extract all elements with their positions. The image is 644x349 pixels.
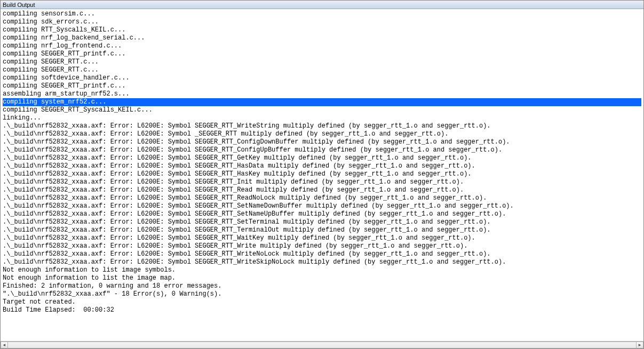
build-output-text[interactable]: compiling sensorsim.c...compiling sdk_er… bbox=[1, 10, 643, 341]
horizontal-scrollbar[interactable]: ◄ ► bbox=[1, 341, 643, 348]
output-line[interactable]: Target not created. bbox=[3, 298, 641, 306]
output-line[interactable]: .\_build\nrf52832_xxaa.axf: Error: L6200… bbox=[3, 194, 641, 202]
output-line[interactable]: .\_build\nrf52832_xxaa.axf: Error: L6200… bbox=[3, 210, 641, 218]
output-line[interactable]: compiling sdk_errors.c... bbox=[3, 18, 641, 26]
output-line[interactable]: compiling SEGGER_RTT_printf.c... bbox=[3, 82, 641, 90]
output-line[interactable]: .\_build\nrf52832_xxaa.axf: Error: L6200… bbox=[3, 178, 641, 186]
scroll-track[interactable] bbox=[8, 342, 636, 348]
output-line[interactable]: .\_build\nrf52832_xxaa.axf: Error: L6200… bbox=[3, 258, 641, 266]
output-line[interactable]: .\_build\nrf52832_xxaa.axf: Error: L6200… bbox=[3, 218, 641, 226]
output-line[interactable]: .\_build\nrf52832_xxaa.axf: Error: L6200… bbox=[3, 186, 641, 194]
output-line[interactable]: .\_build\nrf52832_xxaa.axf: Error: L6200… bbox=[3, 202, 641, 210]
output-line[interactable]: Not enough information to list image sym… bbox=[3, 266, 641, 274]
output-line[interactable]: compiling softdevice_handler.c... bbox=[3, 74, 641, 82]
output-wrap: compiling sensorsim.c...compiling sdk_er… bbox=[1, 9, 643, 348]
output-line[interactable]: .\_build\nrf52832_xxaa.axf: Error: L6200… bbox=[3, 242, 641, 250]
output-line[interactable]: compiling SEGGER_RTT_Syscalls_KEIL.c... bbox=[3, 106, 641, 114]
output-line[interactable]: compiling SEGGER_RTT.c... bbox=[3, 58, 641, 66]
output-line[interactable]: .\_build\nrf52832_xxaa.axf: Error: L6200… bbox=[3, 122, 641, 130]
output-line[interactable]: compiling SEGGER_RTT.c... bbox=[3, 66, 641, 74]
output-line[interactable]: compiling system_nrf52.c... bbox=[3, 98, 641, 106]
output-line[interactable]: Finished: 2 information, 0 warning and 1… bbox=[3, 282, 641, 290]
output-line[interactable]: .\_build\nrf52832_xxaa.axf: Error: L6200… bbox=[3, 146, 641, 154]
output-line[interactable]: Build Time Elapsed: 00:00:32 bbox=[3, 306, 641, 314]
output-line[interactable]: .\_build\nrf52832_xxaa.axf: Error: L6200… bbox=[3, 154, 641, 162]
output-line[interactable]: ".\_build\nrf52832_xxaa.axf" - 18 Error(… bbox=[3, 290, 641, 298]
output-line[interactable]: compiling nrf_log_backend_serial.c... bbox=[3, 34, 641, 42]
scroll-right-arrow-icon[interactable]: ► bbox=[636, 342, 643, 348]
panel-title: Build Output bbox=[1, 1, 643, 9]
output-line[interactable]: Not enough information to list the image… bbox=[3, 274, 641, 282]
output-line[interactable]: compiling RTT_Syscalls_KEIL.c... bbox=[3, 26, 641, 34]
output-line[interactable]: .\_build\nrf52832_xxaa.axf: Error: L6200… bbox=[3, 250, 641, 258]
output-line[interactable]: .\_build\nrf52832_xxaa.axf: Error: L6200… bbox=[3, 234, 641, 242]
output-line[interactable]: linking... bbox=[3, 114, 641, 122]
build-output-panel: Build Output compiling sensorsim.c...com… bbox=[0, 0, 644, 349]
output-line[interactable]: .\_build\nrf52832_xxaa.axf: Error: L6200… bbox=[3, 162, 641, 170]
output-line[interactable]: compiling SEGGER_RTT_printf.c... bbox=[3, 50, 641, 58]
output-line[interactable]: .\_build\nrf52832_xxaa.axf: Error: L6200… bbox=[3, 130, 641, 138]
output-line[interactable]: compiling sensorsim.c... bbox=[3, 10, 641, 18]
scroll-left-arrow-icon[interactable]: ◄ bbox=[1, 342, 8, 348]
output-line[interactable]: .\_build\nrf52832_xxaa.axf: Error: L6200… bbox=[3, 170, 641, 178]
output-line[interactable]: .\_build\nrf52832_xxaa.axf: Error: L6200… bbox=[3, 138, 641, 146]
output-line[interactable]: assembling arm_startup_nrf52.s... bbox=[3, 90, 641, 98]
output-line[interactable]: .\_build\nrf52832_xxaa.axf: Error: L6200… bbox=[3, 226, 641, 234]
output-line[interactable]: compiling nrf_log_frontend.c... bbox=[3, 42, 641, 50]
